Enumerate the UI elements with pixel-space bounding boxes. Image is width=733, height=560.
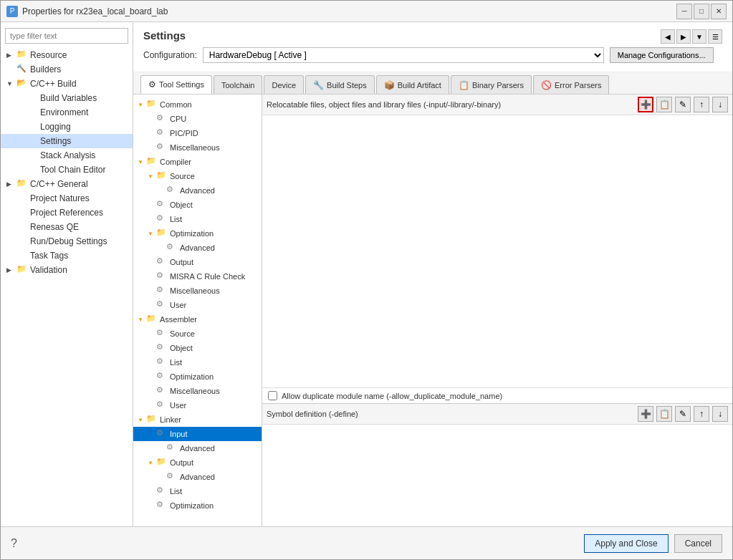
- tree-item-user[interactable]: ⚙ User: [133, 298, 262, 312]
- tab-build-artifact[interactable]: 📦 Build Artifact: [376, 75, 449, 94]
- edit-icon: ✎: [679, 100, 686, 110]
- sidebar-item-project-natures[interactable]: Project Natures: [1, 191, 133, 206]
- rd-icon: [16, 236, 28, 247]
- tree-item-opt-linker[interactable]: ⚙ Optimization: [133, 498, 262, 513]
- tree-item-compiler[interactable]: ▼ 📁 Compiler: [133, 155, 262, 169]
- sidebar-item-build-variables[interactable]: Build Variables: [1, 91, 133, 105]
- tree-item-advanced-source[interactable]: ⚙ Advanced: [133, 183, 262, 198]
- symbol-add-button[interactable]: ➕: [638, 406, 653, 422]
- title-bar-buttons: ─ □ ✕: [676, 4, 727, 19]
- edit-item-button[interactable]: ✎: [675, 97, 691, 112]
- tree-item-opt-asm[interactable]: ⚙ Optimization: [133, 370, 262, 384]
- move-down-button[interactable]: ↓: [712, 97, 728, 112]
- tabs-bar: ⚙ Tool Settings Toolchain Device 🔧 Build…: [133, 72, 732, 95]
- symbol-up-button[interactable]: ↑: [694, 406, 709, 422]
- build-steps-tab-label: Build Steps: [327, 81, 367, 90]
- sidebar-item-logging[interactable]: Logging: [1, 120, 133, 134]
- sidebar-item-resource[interactable]: ▶ 📁 Resource: [1, 48, 133, 62]
- logging-icon: [27, 121, 38, 132]
- tab-tool-settings[interactable]: ⚙ Tool Settings: [140, 75, 212, 94]
- tree-item-assembler[interactable]: ▼ 📁 Assembler: [133, 312, 262, 327]
- symbol-list[interactable]: [262, 425, 732, 482]
- config-select[interactable]: HardwareDebug [ Active ]: [203, 47, 604, 63]
- tree-item-output[interactable]: ⚙ Output: [133, 255, 262, 269]
- tree-item-misra[interactable]: ⚙ MISRA C Rule Check: [133, 269, 262, 284]
- nav-menu-button[interactable]: ☰: [708, 29, 722, 44]
- tree-item-cpu[interactable]: ⚙ CPU: [133, 112, 262, 126]
- apply-close-button[interactable]: Apply and Close: [584, 534, 668, 553]
- tab-build-steps[interactable]: 🔧 Build Steps: [305, 75, 375, 94]
- sidebar-item-validation[interactable]: ▶ 📁 Validation: [1, 263, 133, 277]
- misc-common-label: Miscellaneous: [170, 143, 220, 152]
- common-folder-icon: 📁: [146, 99, 158, 110]
- maximize-button[interactable]: □: [694, 4, 709, 19]
- env-icon: [27, 107, 38, 118]
- move-up-button[interactable]: ↑: [694, 97, 709, 112]
- symbol-edit-button[interactable]: ✎: [675, 406, 691, 422]
- obj-asm-label: Object: [170, 344, 193, 352]
- duplicate-module-checkbox[interactable]: [268, 391, 277, 400]
- content-list[interactable]: [262, 115, 732, 387]
- adv-opt-label: Advanced: [180, 243, 215, 252]
- tree-item-misc-asm[interactable]: ⚙ Miscellaneous: [133, 384, 262, 398]
- forward-button[interactable]: ▶: [676, 29, 691, 44]
- tree-item-object-asm[interactable]: ⚙ Object: [133, 341, 262, 355]
- tree-item-misc-comp[interactable]: ⚙ Miscellaneous: [133, 284, 262, 298]
- tree-item-object[interactable]: ⚙ Object: [133, 198, 262, 212]
- copy-item-button[interactable]: 📋: [656, 97, 672, 112]
- tab-error-parsers[interactable]: 🚫 Error Parsers: [533, 75, 609, 94]
- tree-item-output-linker[interactable]: ▼ 📁 Output: [133, 455, 262, 470]
- close-button[interactable]: ✕: [711, 4, 727, 19]
- sidebar-item-settings[interactable]: Settings: [1, 134, 133, 148]
- tree-item-source-asm[interactable]: ⚙ Source: [133, 327, 262, 341]
- tree-item-advanced-opt[interactable]: ⚙ Advanced: [133, 241, 262, 255]
- tree-item-list-asm[interactable]: ⚙ List: [133, 355, 262, 370]
- tree-item-misc-common[interactable]: ⚙ Miscellaneous: [133, 140, 262, 155]
- tree-item-picpid[interactable]: ⚙ PIC/PID: [133, 126, 262, 140]
- tt-icon: [16, 250, 28, 261]
- sidebar-item-toolchain-editor[interactable]: Tool Chain Editor: [1, 163, 133, 177]
- tree-item-adv-output[interactable]: ⚙ Advanced: [133, 470, 262, 484]
- sidebar-item-stack-analysis[interactable]: Stack Analysis: [1, 148, 133, 163]
- sidebar: ▶ 📁 Resource 🔨 Builders ▼ 📂 C/C++ Build: [1, 22, 133, 526]
- tab-toolchain[interactable]: Toolchain: [214, 75, 262, 94]
- back-button[interactable]: ◀: [661, 29, 675, 44]
- add-item-button[interactable]: ➕: [638, 97, 653, 112]
- sidebar-item-renesas-qe[interactable]: Renesas QE: [1, 220, 133, 234]
- nav-extra-button[interactable]: ▼: [692, 29, 706, 44]
- sidebar-filter-input[interactable]: [5, 28, 128, 44]
- settings-header: Settings ◀ ▶ ▼ ☰ Configuration: Hardware…: [133, 22, 732, 72]
- tree-panel: ▼ 📁 Common ⚙ CPU ⚙ PIC/PID: [133, 95, 262, 526]
- tree-item-source[interactable]: ▼ 📁 Source: [133, 169, 262, 183]
- tree-item-adv-linker[interactable]: ⚙ Advanced: [133, 441, 262, 455]
- tree-item-list[interactable]: ⚙ List: [133, 212, 262, 226]
- sidebar-item-project-references[interactable]: Project References: [1, 206, 133, 220]
- out-label: Output: [170, 258, 193, 266]
- minimize-button[interactable]: ─: [676, 4, 692, 19]
- tree-item-input[interactable]: ⚙ Input: [133, 427, 262, 441]
- linker-folder-icon: 📁: [146, 414, 158, 425]
- out-linker-folder-icon: 📁: [156, 457, 168, 468]
- manage-configurations-button[interactable]: Manage Configurations...: [610, 47, 714, 63]
- sidebar-item-cpp-build[interactable]: ▼ 📂 C/C++ Build: [1, 77, 133, 91]
- tree-item-user-asm[interactable]: ⚙ User: [133, 398, 262, 412]
- tree-item-list-linker[interactable]: ⚙ List: [133, 484, 262, 498]
- symbol-down-button[interactable]: ↓: [712, 406, 728, 422]
- misc-common-icon: ⚙: [156, 142, 168, 153]
- help-icon[interactable]: ?: [11, 537, 17, 550]
- sidebar-item-cpp-general[interactable]: ▶ 📁 C/C++ General: [1, 177, 133, 191]
- list-label: List: [170, 215, 182, 223]
- sidebar-item-environment[interactable]: Environment: [1, 105, 133, 120]
- sidebar-item-run-debug[interactable]: Run/Debug Settings: [1, 234, 133, 248]
- sidebar-item-task-tags[interactable]: Task Tags: [1, 248, 133, 263]
- tree-item-optimization[interactable]: ▼ 📁 Optimization: [133, 226, 262, 241]
- tree-item-linker[interactable]: ▼ 📁 Linker: [133, 412, 262, 427]
- tab-binary-parsers[interactable]: 📋 Binary Parsers: [451, 75, 532, 94]
- symbol-up-icon: ↑: [699, 409, 704, 419]
- symbol-copy-button[interactable]: 📋: [656, 406, 672, 422]
- sidebar-item-builders[interactable]: 🔨 Builders: [1, 62, 133, 77]
- cancel-button[interactable]: Cancel: [674, 534, 722, 553]
- user-asm-icon: ⚙: [156, 400, 168, 411]
- tab-device[interactable]: Device: [264, 75, 304, 94]
- tree-item-common[interactable]: ▼ 📁 Common: [133, 97, 262, 112]
